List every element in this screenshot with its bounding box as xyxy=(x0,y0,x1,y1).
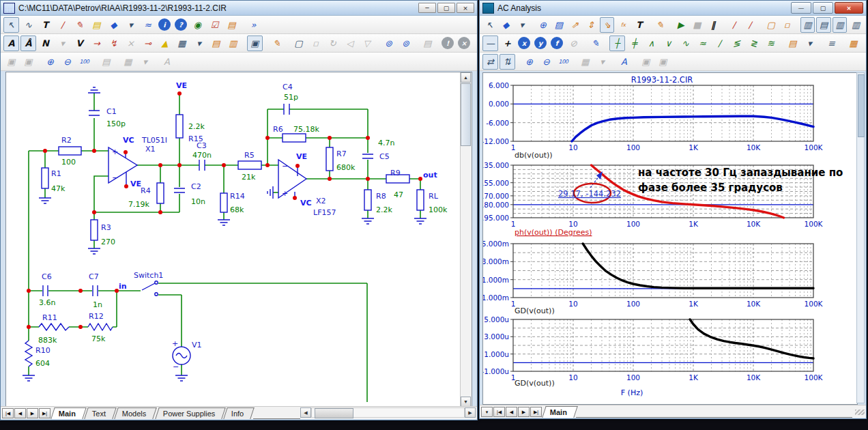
valley-icon[interactable]: ∨ xyxy=(661,35,676,51)
last-page-button[interactable]: ▶| xyxy=(39,408,50,418)
plot-scroll-thumb[interactable] xyxy=(858,74,865,137)
border-icon[interactable]: ▤ xyxy=(208,35,224,51)
plot-canvas[interactable]: 6.0000.000-6.000-12.0001101001K10K100K -… xyxy=(482,72,858,405)
scale-y-icon[interactable]: ⇕ xyxy=(583,17,598,33)
go-to-performance-icon[interactable]: f xyxy=(551,37,563,49)
go-to-x-icon[interactable]: x xyxy=(518,37,530,49)
last-page-button[interactable]: ▶| xyxy=(530,407,542,417)
prev-page-button[interactable]: ◀ xyxy=(506,407,517,417)
schematic-horizontal-scrollbar[interactable]: ◀ ▶ xyxy=(300,407,476,418)
zoom-out-icon[interactable]: ⊖ xyxy=(59,54,75,70)
currents-icon[interactable]: → xyxy=(89,35,104,51)
plot-vertical-scrollbar[interactable] xyxy=(856,72,865,403)
text-tool-icon[interactable]: T xyxy=(38,17,53,33)
tab-text[interactable]: Text xyxy=(84,407,117,419)
shape-tool-icon[interactable]: ◆ xyxy=(106,17,121,33)
schematic-minimize-button[interactable]: ─ xyxy=(418,3,436,13)
pencil-tool-icon[interactable]: ✎ xyxy=(72,17,87,33)
box-select-icon[interactable]: ▢ xyxy=(291,35,306,51)
copy-back-icon[interactable]: ▣ xyxy=(20,54,36,70)
rotate-icon[interactable]: ↻ xyxy=(325,35,341,51)
copy-front-icon[interactable]: ▣ xyxy=(638,54,654,70)
pin-connections-icon[interactable]: ⊸ xyxy=(140,35,156,51)
power-icon[interactable]: ↯ xyxy=(106,35,121,51)
inflection-icon[interactable]: ≶ xyxy=(729,35,744,51)
clipboard-caret-icon[interactable]: ▾ xyxy=(802,35,818,51)
phase-expression-label[interactable]: ph(v(out)) (Degrees) xyxy=(515,228,592,237)
clipboard-icon[interactable]: ▤ xyxy=(785,35,800,51)
cursor-mode-icon[interactable]: ⇘ xyxy=(600,17,615,33)
high-icon[interactable]: ∿ xyxy=(678,35,693,51)
properties-icon[interactable]: ✎ xyxy=(269,35,285,51)
help-mode-icon[interactable]: ? xyxy=(175,18,187,31)
search-icon[interactable]: ⊘ xyxy=(566,35,581,51)
wire-tool-icon[interactable]: ∿ xyxy=(20,17,36,33)
prev-page-button[interactable]: ◀ xyxy=(14,408,26,418)
resize-grip[interactable] xyxy=(855,410,865,415)
font-icon[interactable]: A xyxy=(616,54,632,70)
gd-expression-label[interactable]: GD(v(out)) xyxy=(515,306,555,315)
scale-region-icon[interactable]: ▨ xyxy=(551,17,566,33)
data-points-icon[interactable]: ▢ xyxy=(764,17,779,33)
shapes-caret-icon[interactable]: ▾ xyxy=(515,17,530,33)
scroll-down-button[interactable]: ▼ xyxy=(461,397,471,407)
slope-cursor-icon[interactable]: ∕ xyxy=(712,35,727,51)
flip-horizontal-icon[interactable]: ◁ xyxy=(342,35,358,51)
pause-icon[interactable]: ‖ xyxy=(706,17,721,33)
grid-dots-caret-icon[interactable]: ▾ xyxy=(594,54,610,70)
swap-xy-icon[interactable]: ⇄ xyxy=(482,54,498,70)
zoom-100-icon[interactable]: 100 xyxy=(76,54,92,70)
check-model-icon[interactable]: ☑ xyxy=(207,17,222,33)
zoom-100-icon[interactable]: 100 xyxy=(555,54,571,70)
tab-list-dropdown-button[interactable]: ▾ xyxy=(481,407,493,417)
grid-icon[interactable]: ▦ xyxy=(174,35,190,51)
select-mode-icon[interactable]: ▣ xyxy=(247,35,263,51)
font-icon[interactable]: A xyxy=(159,54,175,70)
panel-stacked-icon[interactable]: ▤ xyxy=(816,17,831,33)
global-high-icon[interactable]: ≷ xyxy=(746,35,762,51)
scroll-right-button[interactable]: ▶ xyxy=(465,407,476,418)
schematic-vertical-scrollbar[interactable]: ▲ ▼ xyxy=(460,72,472,407)
analysis-close-button[interactable]: × xyxy=(835,2,863,14)
panel-free-icon[interactable]: ▥ xyxy=(848,17,863,33)
analysis-titlebar[interactable]: AC Analysis —▢× xyxy=(480,1,866,16)
find-next-icon[interactable]: ⊚ xyxy=(398,35,414,51)
scroll-thumb[interactable] xyxy=(461,83,471,146)
run-icon[interactable]: ▶ xyxy=(674,17,689,33)
analysis-minimize-button[interactable]: — xyxy=(791,2,811,14)
flip-vertical-icon[interactable]: ▽ xyxy=(359,35,375,51)
zoom-in-icon[interactable]: ⊕ xyxy=(42,54,58,70)
node-voltages-icon[interactable]: V xyxy=(72,35,87,51)
edit-waveform-icon[interactable]: ✎ xyxy=(588,35,603,51)
info-icon[interactable]: i xyxy=(158,18,171,31)
info-ball-icon[interactable]: ! xyxy=(442,37,454,49)
scroll-up-button[interactable]: ▲ xyxy=(461,72,471,83)
waveform-list-icon[interactable]: ≡ xyxy=(824,35,839,51)
scroll-left-button[interactable]: ◀ xyxy=(300,407,311,418)
gain-expression-label[interactable]: db(v(out)) xyxy=(515,151,553,160)
panel-split-icon[interactable]: ▥ xyxy=(833,17,848,33)
schematic-close-button[interactable]: × xyxy=(457,3,474,13)
conditions-icon[interactable]: × xyxy=(123,35,139,51)
panel-one-plot-icon[interactable]: ▥ xyxy=(800,17,815,33)
shapes-icon[interactable]: ◆ xyxy=(499,17,514,33)
attribute-text-icon[interactable]: A xyxy=(3,35,19,51)
close-ball-icon[interactable]: × xyxy=(458,37,470,49)
spline-tool-icon[interactable]: ≈ xyxy=(140,17,156,33)
schematic-canvas[interactable]: +− −+ xyxy=(5,72,472,407)
tab-main[interactable]: Main xyxy=(50,407,87,419)
low-icon[interactable]: ≈ xyxy=(695,35,710,51)
node-numbers-icon[interactable]: N xyxy=(38,35,53,51)
blank-tool-icon[interactable]: ▫ xyxy=(308,35,323,51)
first-page-button[interactable]: |◀ xyxy=(493,407,505,417)
notes-icon[interactable]: ▤ xyxy=(420,35,435,51)
go-to-y-icon[interactable]: y xyxy=(534,37,547,49)
select-tool-icon[interactable]: ↖ xyxy=(3,17,19,33)
peak-icon[interactable]: ∧ xyxy=(643,35,659,51)
grid-dots-icon[interactable]: ▦ xyxy=(577,54,593,70)
zoom-region-icon[interactable]: ⊕ xyxy=(536,17,551,33)
tab-models[interactable]: Models xyxy=(114,407,157,419)
scale-x-icon[interactable]: ⇗ xyxy=(568,17,583,33)
tab-main[interactable]: Main xyxy=(542,406,578,418)
next-page-button[interactable]: ▶ xyxy=(27,408,38,418)
